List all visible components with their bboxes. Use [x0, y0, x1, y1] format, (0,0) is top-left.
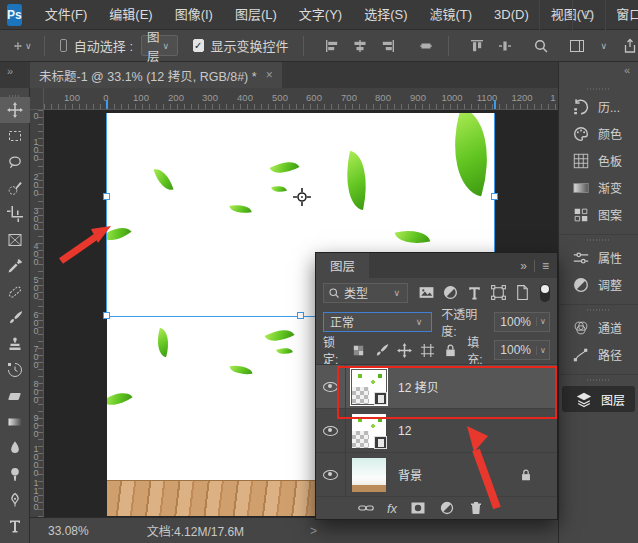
minimize-button[interactable]: − — [539, 0, 572, 30]
filter-smart-object-icon[interactable] — [514, 284, 531, 301]
add-layer-mask-icon[interactable] — [410, 500, 426, 516]
layer-thumbnail[interactable] — [352, 458, 386, 492]
toolbar-drag-handle[interactable] — [0, 90, 29, 97]
align-left-icon[interactable] — [324, 38, 340, 54]
menu-item-4[interactable]: 文字(Y) — [288, 0, 353, 30]
eyedropper-tool[interactable] — [0, 253, 30, 279]
menu-item-5[interactable]: 选择(S) — [353, 0, 418, 30]
filter-type-layers-icon[interactable] — [466, 284, 483, 301]
menu-item-6[interactable]: 滤镜(T) — [419, 0, 484, 30]
gradient-tool[interactable] — [0, 409, 30, 435]
filter-type-dropdown[interactable]: 类型 ∨ — [323, 283, 408, 303]
link-layers-icon[interactable] — [358, 500, 374, 516]
dock-item-paths[interactable]: 路径 — [559, 341, 638, 368]
show-transform-checkbox[interactable]: ✓ — [193, 39, 203, 52]
distribute-horizontal-icon[interactable] — [497, 38, 513, 54]
tab-close-icon[interactable]: × — [266, 68, 273, 82]
lock-transparent-pixels-icon[interactable] — [351, 343, 366, 358]
dock-item-properties[interactable]: 属性 — [559, 244, 638, 271]
filter-image-layers-icon[interactable] — [418, 284, 435, 301]
auto-select-checkbox[interactable] — [60, 39, 67, 52]
dock-item-channels[interactable]: 通道 — [559, 314, 638, 341]
brush-tool[interactable] — [0, 305, 30, 331]
dock-item-swatches[interactable]: 色板 — [559, 147, 638, 174]
lock-all-icon[interactable] — [443, 343, 458, 358]
dock-drag-handle[interactable] — [559, 235, 638, 244]
align-top-edges-icon[interactable] — [469, 38, 485, 54]
eye-icon[interactable] — [323, 382, 338, 392]
history-brush-tool[interactable] — [0, 357, 30, 383]
workspace-icon[interactable] — [569, 38, 585, 54]
share-icon[interactable] — [622, 38, 638, 54]
quick-select-tool[interactable] — [0, 175, 30, 201]
lock-position-icon[interactable] — [397, 343, 412, 358]
dock-drag-handle[interactable] — [559, 84, 638, 93]
dock-drag-handle[interactable] — [559, 305, 638, 314]
panel-collapse-icon[interactable]: » — [520, 259, 527, 273]
layer-name[interactable]: 背景 — [398, 466, 422, 483]
frame-tool[interactable] — [0, 227, 30, 253]
dock-item-history[interactable]: 历... — [559, 93, 638, 120]
dodge-tool[interactable] — [0, 461, 30, 487]
menu-item-1[interactable]: 编辑(E) — [98, 0, 163, 30]
pen-tool[interactable] — [0, 487, 30, 513]
lock-artboard-icon[interactable] — [420, 343, 435, 358]
status-more-icon[interactable]: > — [310, 524, 317, 538]
layer-visibility-cell[interactable] — [316, 453, 346, 496]
rect-marquee-tool[interactable] — [0, 123, 30, 149]
distribute-centers-icon[interactable] — [418, 38, 434, 54]
dock-item-layers[interactable]: 图层 — [562, 386, 635, 412]
eraser-tool[interactable] — [0, 383, 30, 409]
panel-menu-icon[interactable]: ≡ — [542, 259, 549, 273]
menu-item-0[interactable]: 文件(F) — [34, 0, 99, 30]
dock-item-color[interactable]: 颜色 — [559, 120, 638, 147]
document-tab[interactable]: 未标题-1 @ 33.1% (12 拷贝, RGB/8#) * × — [30, 62, 282, 88]
search-icon[interactable] — [533, 38, 549, 54]
transform-reference-point[interactable] — [293, 188, 311, 206]
auto-select-target-dropdown[interactable]: 图层 ∨ — [141, 35, 178, 56]
dock-item-gradient[interactable]: 渐变 — [559, 174, 638, 201]
tab-overflow-icon[interactable]: » — [7, 65, 13, 77]
align-right-icon[interactable] — [380, 38, 396, 54]
close-button[interactable]: × — [605, 0, 638, 30]
vertical-ruler[interactable]: 010020030040050060070080090010001100 — [30, 110, 44, 517]
opacity-field[interactable]: 100% ∨ — [494, 312, 550, 332]
ruler-corner[interactable] — [30, 88, 44, 110]
dock-collapse-icon[interactable]: « — [559, 62, 638, 84]
layer-name[interactable]: 12 — [398, 424, 411, 438]
type-tool[interactable] — [0, 513, 30, 539]
layer-row-2[interactable]: 背景 — [316, 453, 557, 497]
transform-handle-mid-left[interactable] — [103, 193, 110, 200]
dock-item-pattern[interactable]: 图案 — [559, 201, 638, 228]
layers-panel-tab[interactable]: 图层 — [316, 253, 369, 278]
eye-icon[interactable] — [323, 426, 338, 436]
menu-item-7[interactable]: 3D(D) — [483, 0, 540, 30]
clone-stamp-tool[interactable] — [0, 331, 30, 357]
lasso-tool[interactable] — [0, 149, 30, 175]
eye-icon[interactable] — [323, 470, 338, 480]
menu-item-2[interactable]: 图像(I) — [164, 0, 224, 30]
chevron-down-icon[interactable]: ∨ — [600, 41, 607, 51]
horizontal-ruler[interactable]: 1000100200300400500600700800900100011001… — [44, 88, 558, 110]
zoom-level-field[interactable]: 33.08% — [48, 524, 89, 538]
filter-shape-layers-icon[interactable] — [490, 284, 507, 301]
filter-toggle-switch[interactable] — [540, 284, 550, 302]
lock-image-pixels-icon[interactable] — [374, 343, 389, 358]
filter-adjustment-layers-icon[interactable] — [442, 284, 459, 301]
dock-drag-handle[interactable] — [559, 375, 638, 384]
spot-healing-tool[interactable] — [0, 279, 30, 305]
maximize-button[interactable]: □ — [572, 0, 605, 30]
align-center-horizontal-icon[interactable] — [352, 38, 368, 54]
crop-tool[interactable] — [0, 201, 30, 227]
transform-handle-mid-right[interactable] — [491, 193, 498, 200]
chevron-down-icon[interactable]: ∨ — [25, 41, 32, 51]
layer-style-fx-icon[interactable]: fx — [387, 501, 397, 516]
menu-item-3[interactable]: 图层(L) — [224, 0, 288, 30]
move-tool[interactable] — [0, 97, 30, 123]
blend-mode-dropdown[interactable]: 正常 ∨ — [323, 312, 432, 332]
transform-handle-bottom-left[interactable] — [103, 312, 110, 319]
blur-tool[interactable] — [0, 435, 30, 461]
transform-handle-bottom-center[interactable] — [297, 312, 304, 319]
dock-item-adjustments[interactable]: 调整 — [559, 271, 638, 298]
fill-field[interactable]: 100% ∨ — [494, 340, 550, 360]
